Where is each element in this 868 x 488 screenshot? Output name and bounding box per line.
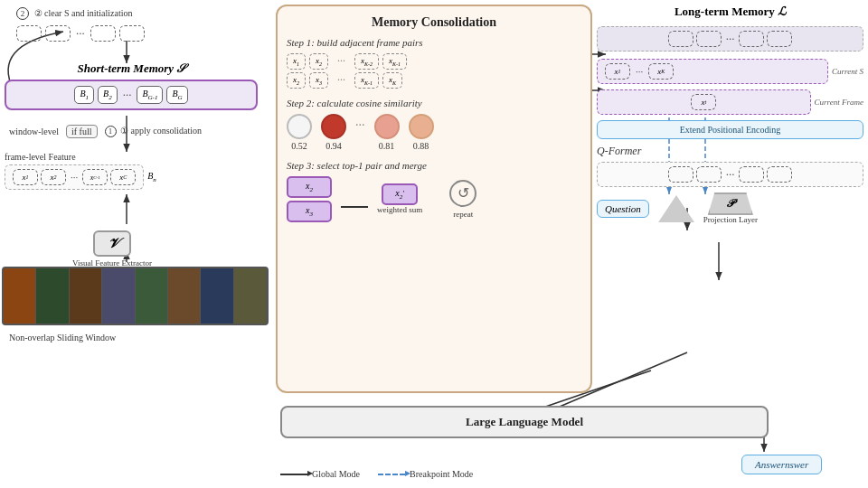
qf-box-4 — [767, 166, 792, 183]
circle-brown — [321, 114, 346, 139]
filmstrip — [2, 267, 269, 325]
frame-level-section: frame-level Feature x1 x2 ··· xC-1 xC Bn — [5, 152, 258, 190]
pair-xk1: xK-1 — [382, 53, 407, 70]
diagram-container: 2 ② clear S and initialization ··· Short… — [0, 0, 868, 488]
qformer-boxes: ··· — [597, 162, 863, 187]
merge-x3-box: x3 — [287, 201, 332, 222]
pair-xk: xK — [382, 72, 402, 89]
film-frame-3 — [70, 268, 102, 324]
extend-pos-box: Extend Positional Encoding — [597, 120, 863, 139]
step2: Step 2: calculate cosine similarity 0.52… — [287, 98, 581, 151]
pair-x2-1: x2 — [309, 53, 328, 70]
sliding-window-label: Non-overlap Sliding Window — [9, 333, 116, 343]
ltm-title: Long-term Memory ℒ — [597, 5, 863, 19]
v-box: 𝒱 — [93, 230, 131, 257]
current-s-row: x1 ··· xK — [597, 59, 828, 84]
b2-box: B2 — [98, 86, 118, 104]
breakpoint-mode-label: Breakpoint Mode — [410, 469, 473, 479]
film-frame-8 — [234, 268, 267, 324]
step2-label: Step 2: calculate cosine similarity — [287, 98, 581, 108]
b1-box: B1 — [74, 86, 94, 104]
question-box: Question — [597, 200, 649, 218]
pair-x2-2: x2 — [287, 72, 306, 89]
merge-diagram: x2 x3 x2′ weighted sum ↺ repeat — [287, 176, 581, 222]
circle-3: 0.81 — [374, 114, 400, 151]
current-frame-row: xt — [597, 89, 811, 115]
fx2-box: x2 — [41, 169, 66, 185]
visual-extractor: 𝒱 Visual Feature Extractor — [72, 230, 152, 267]
llm-box: Large Language Model — [280, 406, 769, 438]
mc-title: Memory Consolidation — [287, 15, 581, 30]
circle-peach1 — [374, 114, 400, 139]
window-level-label: window-level — [9, 127, 59, 136]
sim-val-3: 0.81 — [379, 141, 395, 151]
legend-breakpoint: Breakpoint Mode — [378, 469, 473, 479]
top-dots: ··· — [76, 26, 85, 41]
film-frame-7 — [201, 268, 233, 324]
qf-box-1 — [668, 166, 693, 183]
p-box: 𝒫 — [708, 192, 753, 215]
llm-label: Large Language Model — [466, 415, 583, 428]
merge-result-box: x2′ — [382, 183, 418, 205]
cs-xk: xK — [648, 63, 674, 80]
frame-dots: ··· — [71, 172, 78, 183]
left-section: 2 ② clear S and initialization ··· Short… — [0, 0, 280, 488]
ltm-dots: ··· — [726, 32, 735, 46]
repeat-icon: ↺ — [449, 180, 476, 207]
long-term-memory-section: Long-term Memory ℒ ··· x1 ··· xK Current… — [597, 5, 863, 393]
step1-label: Step 1: build adjacent frame pairs — [287, 37, 581, 48]
circle-peach2 — [409, 114, 434, 139]
answer-label: Answer — [755, 459, 785, 470]
current-frame-label: Current Frame — [815, 98, 863, 107]
circle-white — [287, 114, 312, 139]
pair-x3: x3 — [309, 72, 328, 89]
stm-purple-box: B1 B2 ··· BG-1 BG — [5, 80, 258, 110]
qf-box-2 — [696, 166, 722, 183]
ltm-box-4 — [767, 31, 792, 47]
question-p-row: Question 𝒫 Projection Layer — [597, 192, 863, 224]
top-boxes-row: ··· — [16, 25, 145, 42]
if-full-box: if full — [66, 125, 98, 138]
pairs-row-2: x2 x3 ··· xK-1 xK — [287, 72, 581, 89]
legend-global: Global Mode — [280, 469, 360, 479]
top-box-4 — [119, 25, 145, 42]
repeat-label: repeat — [453, 210, 473, 219]
short-term-memory: Short-term Memory 𝒮 B1 B2 ··· BG-1 BG — [5, 61, 258, 110]
fxc1-box: xC-1 — [82, 169, 108, 185]
pair-xk2: xK-2 — [354, 53, 379, 70]
answer-box: Answernswer — [741, 455, 822, 474]
film-frame-2 — [36, 268, 69, 324]
step3-label: Step 3: select top-1 pair and merge — [287, 160, 581, 171]
clear-label: 2 ② clear S and initialization — [16, 7, 132, 20]
ltm-box-3 — [739, 31, 764, 47]
bn-label: Bn — [147, 171, 156, 183]
window-level-row: window-level if full 1 ① apply consolida… — [9, 125, 202, 138]
qf-box-3 — [739, 166, 764, 183]
frame-level-label: frame-level Feature — [5, 152, 258, 162]
sim-val-1: 0.52 — [291, 141, 307, 151]
ltm-box-1 — [668, 31, 693, 47]
global-mode-label: Global Mode — [312, 469, 360, 479]
film-frame-6 — [168, 268, 201, 324]
pairs-row-1: x1 x2 ··· xK-2 xK-1 — [287, 53, 581, 70]
circle-1: 0.52 — [287, 114, 312, 151]
projection-label: Projection Layer — [703, 215, 758, 224]
cs-dots: ··· — [636, 66, 643, 77]
step3: Step 3: select top-1 pair and merge x2 x… — [287, 160, 581, 222]
qf-dots: ··· — [726, 167, 735, 182]
current-s-label: Current S — [832, 67, 863, 76]
circle-2: 0.94 — [321, 114, 346, 151]
film-frame-4 — [102, 268, 135, 324]
film-frame-1 — [4, 268, 36, 324]
memory-consolidation-section: Memory Consolidation Step 1: build adjac… — [276, 5, 592, 393]
dashed-arrow-icon — [378, 474, 405, 475]
qformer-label: Q-Former — [597, 145, 863, 158]
weighted-sum-label: weighted sum — [377, 205, 422, 214]
merge-x2-box: x2 — [287, 176, 332, 198]
bg1-box: BG-1 — [137, 86, 163, 104]
top-box-3 — [90, 25, 116, 42]
cf-xt: xt — [691, 94, 716, 110]
stm-title: Short-term Memory 𝒮 — [5, 61, 258, 76]
fxc-box: xC — [110, 169, 136, 185]
circles-row: 0.52 0.94 ··· 0.81 0.88 — [287, 114, 581, 151]
